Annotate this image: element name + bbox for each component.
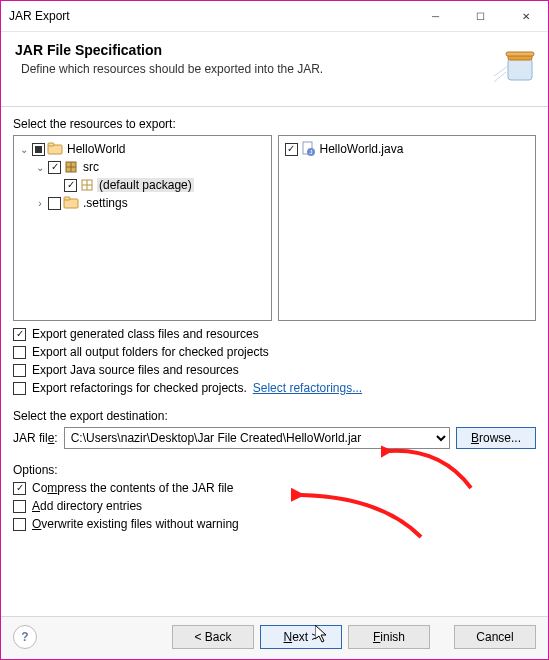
option-export-output-folders[interactable]: Export all output folders for checked pr…: [13, 345, 536, 359]
svg-rect-0: [508, 58, 532, 80]
jar-file-field-label: JAR file:: [13, 431, 58, 445]
expander-icon[interactable]: ⌄: [34, 162, 46, 173]
back-button[interactable]: < Back: [172, 625, 254, 649]
file-item-helloworld-java[interactable]: J HelloWorld.java: [281, 140, 534, 158]
tree-item-src[interactable]: ⌄ src: [16, 158, 269, 176]
svg-line-4: [494, 72, 506, 82]
checkbox-file[interactable]: [285, 143, 298, 156]
tree-label-src: src: [81, 160, 101, 174]
cancel-button[interactable]: Cancel: [454, 625, 536, 649]
checkbox-settings[interactable]: [48, 197, 61, 210]
option-export-source[interactable]: Export Java source files and resources: [13, 363, 536, 377]
tree-label-project: HelloWorld: [65, 142, 127, 156]
checkbox-export-source[interactable]: [13, 364, 26, 377]
titlebar: JAR Export ─ ☐ ✕: [1, 1, 548, 32]
select-resources-label: Select the resources to export:: [13, 117, 536, 131]
checkbox-project[interactable]: [32, 143, 45, 156]
package-folder-icon: [63, 159, 79, 175]
option-overwrite[interactable]: Overwrite existing files without warning: [13, 517, 536, 531]
finish-button[interactable]: Finish: [348, 625, 430, 649]
option-label: Overwrite existing files without warning: [32, 517, 239, 531]
option-label: Export Java source files and resources: [32, 363, 239, 377]
tree-label-default-package: (default package): [97, 178, 194, 192]
option-label: Add directory entries: [32, 499, 142, 513]
jar-icon: [494, 40, 538, 84]
package-icon: [79, 177, 95, 193]
browse-button[interactable]: Browse...: [456, 427, 536, 449]
window-title: JAR Export: [9, 9, 413, 23]
jar-export-dialog: JAR Export ─ ☐ ✕ JAR File Specification …: [0, 0, 549, 660]
header-title: JAR File Specification: [15, 42, 534, 58]
minimize-button[interactable]: ─: [413, 1, 458, 31]
resource-panels: ⌄ HelloWorld ⌄ src: [13, 135, 536, 321]
option-export-refactorings[interactable]: Export refactorings for checked projects…: [13, 381, 536, 395]
checkbox-export-refactorings[interactable]: [13, 382, 26, 395]
project-icon: [47, 141, 63, 157]
compress-options-group: Compress the contents of the JAR file Ad…: [13, 481, 536, 531]
svg-text:J: J: [309, 149, 312, 155]
option-export-class-files[interactable]: Export generated class files and resourc…: [13, 327, 536, 341]
destination-label: Select the export destination:: [13, 409, 536, 423]
option-add-directory-entries[interactable]: Add directory entries: [13, 499, 536, 513]
tree-item-project[interactable]: ⌄ HelloWorld: [16, 140, 269, 158]
checkbox-compress[interactable]: [13, 482, 26, 495]
checkbox-default-package[interactable]: [64, 179, 77, 192]
checkbox-src[interactable]: [48, 161, 61, 174]
java-file-icon: J: [300, 141, 316, 157]
jar-file-path-input[interactable]: C:\Users\nazir\Desktop\Jar File Created\…: [64, 427, 450, 449]
option-label: Export generated class files and resourc…: [32, 327, 259, 341]
option-label: Export all output folders for checked pr…: [32, 345, 269, 359]
dialog-header: JAR File Specification Define which reso…: [1, 32, 548, 107]
tree-label-settings: .settings: [81, 196, 130, 210]
checkbox-overwrite[interactable]: [13, 518, 26, 531]
file-label: HelloWorld.java: [318, 142, 406, 156]
help-button[interactable]: ?: [13, 625, 37, 649]
checkbox-add-directory-entries[interactable]: [13, 500, 26, 513]
dialog-footer: ? < Back Next > Finish Cancel: [1, 616, 548, 659]
header-subtitle: Define which resources should be exporte…: [15, 62, 534, 76]
export-options-group: Export generated class files and resourc…: [13, 327, 536, 395]
folder-icon: [63, 195, 79, 211]
checkbox-export-output-folders[interactable]: [13, 346, 26, 359]
options-label: Options:: [13, 463, 536, 477]
expander-icon[interactable]: ⌄: [18, 144, 30, 155]
option-compress[interactable]: Compress the contents of the JAR file: [13, 481, 536, 495]
destination-row: JAR file: C:\Users\nazir\Desktop\Jar Fil…: [13, 427, 536, 449]
option-label: Export refactorings for checked projects…: [32, 381, 247, 395]
file-list[interactable]: J HelloWorld.java: [278, 135, 537, 321]
svg-line-3: [494, 66, 508, 76]
maximize-button[interactable]: ☐: [458, 1, 503, 31]
checkbox-export-class-files[interactable]: [13, 328, 26, 341]
svg-rect-14: [64, 197, 70, 200]
close-button[interactable]: ✕: [503, 1, 548, 31]
dialog-body: Select the resources to export: ⌄ HelloW…: [1, 107, 548, 616]
tree-item-settings[interactable]: › .settings: [16, 194, 269, 212]
project-tree[interactable]: ⌄ HelloWorld ⌄ src: [13, 135, 272, 321]
select-refactorings-link[interactable]: Select refactorings...: [253, 381, 362, 395]
option-label: Compress the contents of the JAR file: [32, 481, 233, 495]
tree-item-default-package[interactable]: (default package): [16, 176, 269, 194]
svg-rect-2: [506, 52, 534, 56]
expander-icon[interactable]: ›: [34, 198, 46, 209]
svg-rect-6: [48, 143, 54, 146]
next-button[interactable]: Next >: [260, 625, 342, 649]
